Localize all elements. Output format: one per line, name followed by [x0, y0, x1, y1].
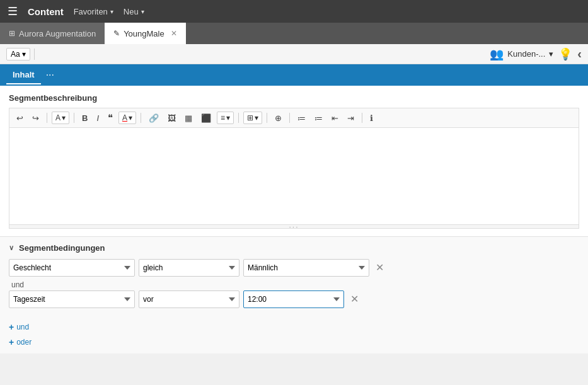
font-family-dropdown[interactable]: A ▾ [52, 112, 69, 124]
segment-description-label: Segmentbeschreibung [9, 93, 579, 103]
table-chevron-icon: ▾ [255, 113, 258, 122]
conditions-title: Segmentbedingungen [19, 243, 105, 253]
add-und-link[interactable]: + und [9, 321, 579, 333]
segment-conditions-section: ∨ Segmentbedingungen Geschlecht gleich M… [0, 237, 588, 317]
youngmale-tab-label: YoungMale [124, 29, 164, 38]
nav-favoriten[interactable]: Favoriten ▾ [74, 7, 113, 16]
font-family-chevron-icon: ▾ [62, 113, 66, 122]
segment-conditions-wrapper: ∨ Segmentbedingungen Geschlecht gleich M… [0, 237, 588, 353]
tab-inhalt[interactable]: Inhalt [6, 66, 41, 84]
editor-area[interactable] [9, 127, 579, 225]
font-color-dropdown[interactable]: A ▾ [118, 112, 136, 124]
top-nav: ☰ Content Favoriten ▾ Neu ▾ [0, 0, 588, 23]
font-color-label: A [122, 113, 127, 122]
section-tabs: Inhalt ··· [0, 64, 588, 86]
undo-button[interactable]: ↩ [13, 112, 26, 124]
hamburger-icon[interactable]: ☰ [8, 4, 18, 18]
align-chevron-icon: ▾ [226, 113, 230, 122]
toolbar-divider-1 [47, 113, 47, 123]
section-more-dots[interactable]: ··· [46, 69, 54, 81]
align-dropdown[interactable]: ≡ ▾ [217, 112, 234, 124]
toolbar-right: 👥 Kunden-... ▾ 💡 ‹ [490, 47, 582, 61]
youngmale-tab-icon: ✎ [113, 29, 120, 38]
delete-condition-1-button[interactable]: ✕ [373, 263, 386, 273]
tab-bar: ⊞ Aurora Augmentation ✎ YoungMale ✕ [0, 23, 588, 44]
condition-operator-2[interactable]: vor [139, 290, 239, 308]
unordered-list-button[interactable]: ≔ [294, 112, 309, 124]
redo-button[interactable]: ↪ [29, 112, 42, 124]
conditions-header: ∨ Segmentbedingungen [9, 243, 579, 253]
editor-resize-handle[interactable] [9, 225, 579, 229]
image-button[interactable]: 🖼 [164, 112, 179, 124]
table-dropdown[interactable]: ⊞ ▾ [243, 112, 262, 124]
add-oder-label: oder [16, 338, 32, 347]
toolbar-divider-5 [267, 113, 267, 123]
ordered-list-button[interactable]: ≔ [311, 112, 326, 124]
customers-chevron-icon: ▾ [549, 49, 553, 59]
back-icon[interactable]: ‹ [577, 47, 582, 61]
condition-field-2[interactable]: Tageszeit [9, 290, 135, 308]
blockquote-button[interactable]: ❝ [105, 111, 116, 125]
aurora-tab-icon: ⊞ [9, 29, 15, 38]
customers-button[interactable]: 👥 Kunden-... ▾ [490, 47, 553, 61]
toolbar-divider-4 [238, 113, 239, 123]
tab-youngmale[interactable]: ✎ YoungMale ✕ [105, 23, 186, 44]
add-und-icon: + [9, 322, 14, 332]
toolbar-divider-6 [289, 113, 290, 123]
italic-button[interactable]: I [93, 112, 102, 124]
bulb-icon[interactable]: 💡 [558, 47, 572, 61]
toolbar-divider-3 [141, 113, 141, 123]
condition-row-1: Geschlecht gleich Männlich ✕ [9, 259, 579, 277]
favoriten-chevron-icon: ▾ [110, 8, 113, 15]
font-size-label: Aa [11, 50, 20, 59]
customers-icon: 👥 [490, 47, 504, 61]
condition-value-1[interactable]: Männlich [243, 259, 369, 277]
info-button[interactable]: ℹ [367, 112, 376, 124]
font-size-chevron-icon: ▾ [22, 50, 26, 59]
toolbar-separator [34, 49, 35, 60]
editor-toolbar: ↩ ↪ A ▾ B I ❝ A ▾ 🔗 🖼 ▦ ⬛ ≡ ▾ [9, 108, 579, 127]
toolbar-divider-7 [362, 113, 362, 123]
toolbar-row: Aa ▾ 👥 Kunden-... ▾ 💡 ‹ [0, 44, 588, 64]
font-color-chevron-icon: ▾ [129, 113, 132, 122]
add-oder-link[interactable]: + oder [9, 336, 579, 348]
toolbar-left: Aa ▾ [6, 48, 35, 60]
font-family-label: A [55, 113, 61, 122]
add-oder-icon: + [9, 337, 14, 347]
youngmale-tab-close[interactable]: ✕ [171, 29, 177, 38]
neu-chevron-icon: ▾ [141, 8, 144, 15]
main-content: Segmentbeschreibung ↩ ↪ A ▾ B I ❝ A ▾ 🔗 … [0, 86, 588, 353]
more-button[interactable]: ⊕ [272, 112, 285, 124]
conditions-chevron-icon[interactable]: ∨ [9, 244, 14, 252]
nav-neu[interactable]: Neu ▾ [124, 7, 144, 16]
font-size-button[interactable]: Aa ▾ [6, 48, 30, 60]
media-button[interactable]: ▦ [182, 112, 195, 124]
outdent-button[interactable]: ⇤ [328, 112, 342, 124]
condition-field-1[interactable]: Geschlecht [9, 259, 135, 277]
conditions-bottom: + und + oder [0, 317, 588, 353]
block-button[interactable]: ⬛ [198, 112, 214, 124]
customers-label: Kunden-... [507, 49, 545, 59]
condition-row-2: Tageszeit vor ✕ [9, 290, 579, 308]
condition-connector-und: und [9, 279, 579, 290]
bold-button[interactable]: B [79, 112, 91, 124]
delete-condition-2-button[interactable]: ✕ [348, 294, 361, 304]
link-button[interactable]: 🔗 [146, 112, 162, 124]
condition-value-input-2[interactable] [243, 290, 344, 308]
table-label: ⊞ [247, 113, 253, 122]
segment-description-section: Segmentbeschreibung ↩ ↪ A ▾ B I ❝ A ▾ 🔗 … [0, 86, 588, 237]
align-label: ≡ [221, 113, 225, 122]
toolbar-divider-2 [74, 113, 74, 123]
condition-operator-1[interactable]: gleich [139, 259, 239, 277]
indent-button[interactable]: ⇥ [344, 112, 357, 124]
app-title: Content [28, 6, 64, 17]
tab-aurora[interactable]: ⊞ Aurora Augmentation [0, 23, 105, 44]
add-und-label: und [16, 323, 29, 331]
aurora-tab-label: Aurora Augmentation [19, 29, 96, 38]
